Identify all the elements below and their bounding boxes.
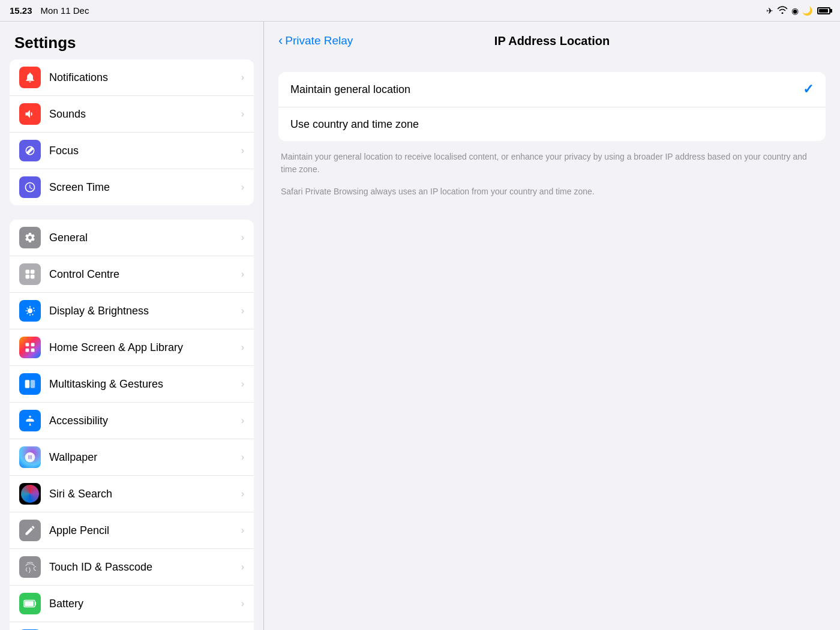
- sidebar-item-siri-search[interactable]: Siri & Search ›: [10, 476, 254, 512]
- use-country-label: Use country and time zone: [290, 118, 814, 131]
- airplane-icon: ✈: [766, 6, 773, 16]
- home-screen-icon: [19, 337, 41, 358]
- sidebar-item-focus[interactable]: Focus ›: [10, 133, 254, 169]
- accessibility-chevron: ›: [241, 415, 244, 426]
- svg-point-10: [29, 416, 31, 418]
- battery-icon: [817, 7, 830, 14]
- moon-icon: 🌙: [802, 6, 812, 16]
- back-button[interactable]: ‹ Private Relay: [278, 33, 353, 49]
- battery-icon: [19, 593, 41, 614]
- sounds-label: Sounds: [49, 108, 241, 121]
- display-brightness-label: Display & Brightness: [49, 305, 241, 317]
- touch-id-chevron: ›: [241, 562, 244, 572]
- svg-rect-4: [26, 343, 29, 347]
- sidebar-item-accessibility[interactable]: Accessibility ›: [10, 403, 254, 439]
- page-title: IP Address Location: [494, 34, 610, 48]
- svg-rect-13: [25, 601, 34, 606]
- siri-chevron: ›: [241, 488, 244, 499]
- control-centre-icon: [19, 263, 41, 285]
- svg-rect-12: [35, 602, 36, 605]
- focus-label: Focus: [49, 145, 241, 157]
- description-2: Safari Private Browsing always uses an I…: [278, 185, 826, 198]
- sidebar-item-screen-time[interactable]: Screen Time ›: [10, 169, 254, 205]
- options-card: Maintain general location ✓ Use country …: [278, 72, 826, 141]
- sidebar-item-wallpaper[interactable]: Wallpaper ›: [10, 439, 254, 476]
- siri-label: Siri & Search: [49, 488, 241, 500]
- notifications-icon: [19, 67, 41, 88]
- back-chevron-icon: ‹: [278, 33, 283, 49]
- svg-rect-3: [31, 275, 35, 279]
- svg-rect-7: [31, 349, 35, 352]
- svg-rect-6: [26, 349, 29, 352]
- sidebar-item-general[interactable]: General ›: [10, 220, 254, 256]
- location-icon: ◉: [791, 6, 799, 16]
- screen-time-icon: [19, 176, 41, 198]
- control-centre-chevron: ›: [241, 269, 244, 280]
- svg-rect-2: [26, 275, 30, 279]
- apple-pencil-label: Apple Pencil: [49, 524, 241, 537]
- description-1: Maintain your general location to receiv…: [278, 151, 826, 176]
- wallpaper-icon: [19, 446, 41, 468]
- sidebar-item-display-brightness[interactable]: Display & Brightness ›: [10, 293, 254, 329]
- svg-rect-1: [31, 270, 35, 274]
- general-icon: [19, 227, 41, 248]
- accessibility-label: Accessibility: [49, 415, 241, 427]
- focus-chevron: ›: [241, 145, 244, 156]
- wifi-icon: [777, 5, 788, 16]
- svg-rect-8: [25, 380, 30, 388]
- status-bar: 15.23 Mon 11 Dec ✈ ◉ 🌙: [0, 0, 840, 22]
- notifications-chevron: ›: [241, 72, 244, 83]
- home-screen-chevron: ›: [241, 342, 244, 353]
- multitasking-chevron: ›: [241, 379, 244, 389]
- sidebar-section-1: Notifications › Sounds › Focus: [10, 59, 254, 205]
- sidebar-item-control-centre[interactable]: Control Centre ›: [10, 256, 254, 293]
- screen-time-label: Screen Time: [49, 181, 241, 194]
- right-header: ‹ Private Relay IP Address Location: [264, 22, 840, 60]
- sidebar-item-multitasking[interactable]: Multitasking & Gestures ›: [10, 366, 254, 403]
- sidebar: Settings Notifications › Sounds: [0, 22, 264, 630]
- sidebar-item-notifications[interactable]: Notifications ›: [10, 59, 254, 96]
- back-label: Private Relay: [285, 34, 353, 47]
- status-date: Mon 11 Dec: [41, 5, 89, 16]
- battery-label: Battery: [49, 598, 241, 610]
- maintain-general-label: Maintain general location: [290, 83, 803, 96]
- sidebar-item-home-screen[interactable]: Home Screen & App Library ›: [10, 329, 254, 366]
- sidebar-section-2: General › Control Centre ›: [10, 220, 254, 630]
- sidebar-item-apple-pencil[interactable]: Apple Pencil ›: [10, 512, 254, 549]
- wallpaper-label: Wallpaper: [49, 451, 241, 464]
- option-maintain-general[interactable]: Maintain general location ✓: [278, 72, 826, 107]
- multitasking-label: Multitasking & Gestures: [49, 378, 241, 391]
- sidebar-item-sounds[interactable]: Sounds ›: [10, 96, 254, 133]
- status-time: 15.23: [10, 5, 32, 16]
- svg-rect-0: [26, 270, 30, 274]
- siri-icon: [19, 483, 41, 505]
- right-panel: ‹ Private Relay IP Address Location Main…: [264, 22, 840, 630]
- apple-pencil-icon: [19, 520, 41, 541]
- sounds-chevron: ›: [241, 109, 244, 119]
- touch-id-icon: [19, 556, 41, 578]
- display-brightness-chevron: ›: [241, 305, 244, 316]
- wallpaper-chevron: ›: [241, 452, 244, 463]
- svg-rect-5: [31, 343, 35, 347]
- battery-chevron: ›: [241, 598, 244, 609]
- status-icons: ✈ ◉ 🌙: [766, 5, 830, 16]
- apple-pencil-chevron: ›: [241, 525, 244, 536]
- option-use-country[interactable]: Use country and time zone: [278, 107, 826, 141]
- general-chevron: ›: [241, 232, 244, 243]
- sidebar-item-battery[interactable]: Battery ›: [10, 586, 254, 622]
- notifications-label: Notifications: [49, 71, 241, 84]
- multitasking-icon: [19, 373, 41, 395]
- sidebar-item-privacy-security[interactable]: Privacy & Security ›: [10, 622, 254, 630]
- general-label: General: [49, 232, 241, 244]
- home-screen-label: Home Screen & App Library: [49, 341, 241, 354]
- display-brightness-icon: [19, 300, 41, 322]
- touch-id-label: Touch ID & Passcode: [49, 561, 241, 574]
- content-area: Maintain general location ✓ Use country …: [264, 60, 840, 630]
- sidebar-item-touch-id[interactable]: Touch ID & Passcode ›: [10, 549, 254, 586]
- maintain-general-checkmark: ✓: [803, 82, 814, 97]
- accessibility-icon: [19, 410, 41, 431]
- focus-icon: [19, 140, 41, 161]
- control-centre-label: Control Centre: [49, 268, 241, 281]
- screen-time-chevron: ›: [241, 182, 244, 193]
- svg-rect-9: [31, 380, 35, 388]
